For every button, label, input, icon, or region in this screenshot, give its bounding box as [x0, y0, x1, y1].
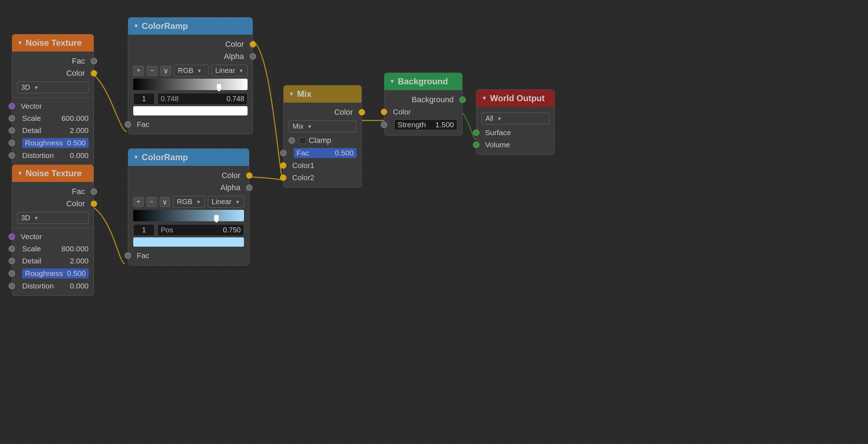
mix-color-out-label: Color — [334, 108, 353, 117]
mix-blendtype-dropdown[interactable]: Mix ▼ — [289, 120, 356, 132]
background-title: Background — [398, 77, 448, 87]
colorramp2-pos-field[interactable]: Pos 0.750 — [158, 224, 244, 236]
colorramp2-alpha-out-label: Alpha — [220, 183, 240, 192]
detail-socket-2[interactable] — [9, 258, 15, 264]
world-output-surface-label: Surface — [485, 128, 511, 137]
background-color-socket[interactable] — [381, 109, 387, 115]
fac-output-socket-1[interactable] — [91, 58, 97, 64]
colorramp1-colormodel-dropdown[interactable]: RGB ▼ — [174, 65, 209, 77]
distortion-socket-1[interactable] — [9, 152, 15, 159]
colorramp-1-title: ColorRamp — [142, 21, 188, 31]
distortion-row-2: Distortion 0.000 — [12, 280, 94, 292]
vector-row-1: Vector — [12, 100, 94, 112]
colorramp-2-node: ▼ ColorRamp Color Alpha + − ∨ RGB ▼ Line… — [128, 148, 249, 266]
scale-row-2: Scale 800.000 — [12, 243, 94, 255]
scale-socket-2[interactable] — [9, 246, 15, 252]
colorramp2-stop-1[interactable] — [214, 215, 219, 222]
colorramp-2-collapse[interactable]: ▼ — [133, 154, 139, 161]
colorramp2-alpha-out-row: Alpha — [128, 182, 249, 194]
dimension-row-2: 3D ▼ — [12, 210, 94, 226]
mix-color-out-socket[interactable] — [359, 109, 365, 115]
colorramp1-alpha-out-row: Alpha — [128, 50, 253, 63]
background-bg-out-socket[interactable] — [459, 97, 466, 103]
colorramp1-alpha-out-label: Alpha — [224, 52, 244, 61]
collapse-triangle-1[interactable]: ▼ — [17, 40, 23, 46]
dimension-dropdown-1[interactable]: 3D ▼ — [17, 82, 89, 93]
colorramp1-stop-1[interactable] — [216, 84, 221, 91]
background-strength-field[interactable]: Strength 1.500 — [394, 119, 457, 130]
fac-output-socket-2[interactable] — [91, 188, 97, 195]
colorramp1-ramp-bar[interactable] — [133, 79, 248, 90]
collapse-triangle-2[interactable]: ▼ — [17, 170, 23, 177]
world-output-collapse[interactable]: ▼ — [482, 95, 487, 102]
color-output-socket-2[interactable] — [91, 201, 97, 207]
distortion-row-1: Distortion 0.000 — [12, 149, 94, 162]
colorramp2-colormodel-dropdown[interactable]: RGB ▼ — [173, 196, 205, 208]
background-collapse[interactable]: ▼ — [389, 78, 395, 85]
colorramp1-stop-num[interactable]: 1 — [133, 93, 155, 105]
world-output-target-dropdown[interactable]: All ▼ — [482, 113, 549, 124]
mix-clamp-checkbox[interactable] — [299, 137, 306, 144]
mix-title: Mix — [297, 89, 311, 99]
colorramp1-color-preview[interactable] — [133, 106, 248, 115]
mix-collapse[interactable]: ▼ — [289, 91, 294, 97]
roughness-field-2[interactable]: Roughness 0.500 — [22, 268, 89, 278]
colorramp1-add-stop[interactable]: + — [133, 66, 144, 76]
world-output-volume-label: Volume — [485, 140, 510, 149]
mix-color1-socket[interactable] — [280, 162, 286, 169]
detail-label-2: Detail — [22, 257, 70, 265]
vector-socket-2[interactable] — [9, 233, 15, 240]
roughness-socket-1[interactable] — [9, 140, 15, 146]
color-output-socket-1[interactable] — [91, 70, 97, 77]
vector-socket-1[interactable] — [9, 103, 15, 109]
colorramp2-menu[interactable]: ∨ — [160, 197, 170, 207]
mix-color-out-row: Color — [284, 106, 361, 118]
roughness-row-2: Roughness 0.500 — [12, 267, 94, 280]
world-output-volume-socket[interactable] — [473, 142, 479, 148]
detail-label-1: Detail — [22, 126, 70, 135]
colorramp2-controls: + − ∨ RGB ▼ Linear ▼ — [128, 194, 249, 210]
world-output-surface-socket[interactable] — [473, 129, 479, 136]
colorramp2-remove-stop[interactable]: − — [146, 197, 157, 207]
mix-fac-field[interactable]: Fac 0.500 — [294, 148, 356, 158]
colorramp1-fac-row: Fac — [128, 118, 253, 130]
scale-value-2: 800.000 — [61, 245, 89, 253]
colorramp1-interp-dropdown[interactable]: Linear ▼ — [211, 65, 248, 77]
background-color-label: Color — [393, 108, 411, 116]
background-header: ▼ Background — [384, 73, 462, 90]
mix-color2-socket[interactable] — [280, 174, 286, 181]
colorramp2-ramp-bar[interactable] — [133, 210, 244, 221]
colorramp2-add-stop[interactable]: + — [133, 197, 144, 207]
colorramp2-alpha-socket[interactable] — [246, 184, 253, 191]
colorramp1-color-out-label: Color — [225, 40, 244, 49]
mix-clamp-socket[interactable] — [289, 137, 295, 144]
colorramp2-stop-num[interactable]: 1 — [133, 224, 155, 236]
scale-socket-1[interactable] — [9, 115, 15, 122]
colorramp-1-collapse[interactable]: ▼ — [133, 23, 139, 29]
colorramp2-fac-socket[interactable] — [125, 252, 131, 259]
roughness-field-1[interactable]: Roughness 0.500 — [22, 138, 89, 148]
colorramp2-color-preview[interactable] — [133, 237, 244, 247]
background-color-row: Color — [384, 106, 462, 118]
colorramp2-interp-dropdown[interactable]: Linear ▼ — [208, 196, 244, 208]
colorramp1-fac-socket[interactable] — [125, 121, 131, 128]
dimension-dropdown-2[interactable]: 3D ▼ — [17, 212, 89, 224]
colorramp1-remove-stop[interactable]: − — [147, 66, 158, 76]
colorramp-1-header: ▼ ColorRamp — [128, 18, 253, 35]
mix-node: ▼ Mix Color Mix ▼ Clamp Fac 0.500 — [283, 85, 362, 188]
colorramp1-color-socket[interactable] — [250, 41, 256, 48]
distortion-socket-2[interactable] — [9, 283, 15, 289]
colorramp1-menu[interactable]: ∨ — [160, 66, 171, 76]
scale-label-1: Scale — [22, 114, 61, 123]
background-strength-socket[interactable] — [381, 122, 387, 128]
colorramp1-alpha-socket[interactable] — [250, 53, 256, 60]
fac-output-label-1: Fac — [72, 56, 85, 66]
roughness-socket-2[interactable] — [9, 270, 15, 277]
colorramp1-pos-field[interactable]: 0.748 0.748 — [158, 93, 248, 105]
background-node: ▼ Background Background Color Strength 1… — [384, 73, 463, 135]
colorramp2-color-socket[interactable] — [246, 172, 253, 179]
mix-fac-socket[interactable] — [280, 150, 286, 156]
mix-color2-row: Color2 — [284, 172, 361, 184]
detail-socket-1[interactable] — [9, 127, 15, 134]
distortion-label-1: Distortion — [22, 151, 70, 160]
